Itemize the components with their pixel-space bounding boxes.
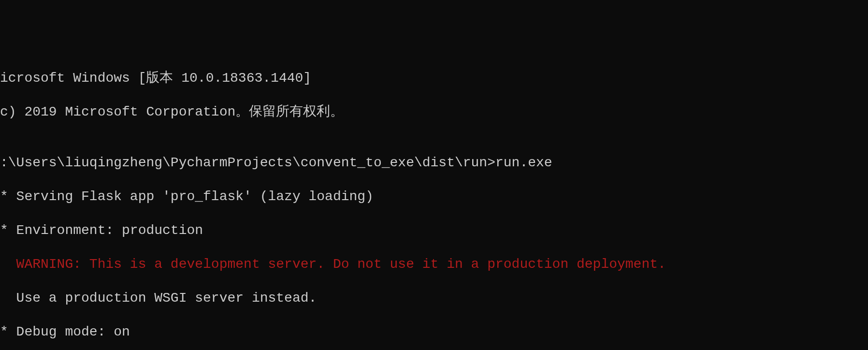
terminal-line-warning-red: WARNING: This is a development server. D…: [0, 256, 868, 273]
terminal-line-use-wsgi: Use a production WSGI server instead.: [0, 290, 868, 306]
terminal-line-environment: * Environment: production: [0, 222, 868, 239]
terminal-line-copyright: c) 2019 Microsoft Corporation。保留所有权利。: [0, 103, 868, 120]
terminal-line-prompt: :\Users\liuqingzheng\PycharmProjects\con…: [0, 154, 868, 171]
terminal-line-debug-mode: * Debug mode: on: [0, 323, 868, 340]
terminal-line-version: icrosoft Windows [版本 10.0.18363.1440]: [0, 70, 868, 87]
terminal-line-serving: * Serving Flask app 'pro_flask' (lazy lo…: [0, 188, 868, 205]
